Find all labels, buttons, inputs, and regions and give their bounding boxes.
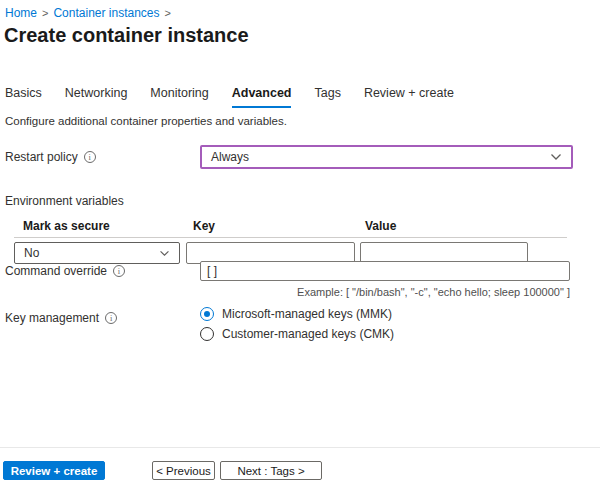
more-options-icon[interactable]: ··· xyxy=(228,30,244,45)
tab-monitoring[interactable]: Monitoring xyxy=(150,86,208,108)
review-create-button[interactable]: Review + create xyxy=(3,461,105,480)
radio-label: Customer-managed keys (CMK) xyxy=(222,327,394,341)
mark-as-secure-value: No xyxy=(24,246,39,260)
radio-unselected-icon xyxy=(200,327,214,341)
command-override-example: Example: [ "/bin/bash", "-c", "echo hell… xyxy=(200,286,570,298)
previous-button[interactable]: < Previous xyxy=(152,461,215,480)
page-title: Create container instance xyxy=(4,24,249,47)
tab-basics[interactable]: Basics xyxy=(5,86,42,108)
chevron-down-icon xyxy=(159,250,170,257)
command-override-label-text: Command override xyxy=(5,264,107,278)
radio-microsoft-managed-keys[interactable]: Microsoft-managed keys (MMK) xyxy=(200,307,392,321)
key-management-label-text: Key management xyxy=(5,311,99,325)
tab-description: Configure additional container propertie… xyxy=(5,115,287,127)
command-override-label: Command override xyxy=(5,264,125,278)
create-container-instance-page: Home > Container instances > Create cont… xyxy=(0,0,600,491)
next-tags-button[interactable]: Next : Tags > xyxy=(220,461,322,480)
tab-advanced[interactable]: Advanced xyxy=(232,86,292,108)
column-header-mark-as-secure: Mark as secure xyxy=(23,219,110,233)
restart-policy-label-text: Restart policy xyxy=(5,150,78,164)
breadcrumb-home-link[interactable]: Home xyxy=(5,6,37,20)
breadcrumb-container-instances-link[interactable]: Container instances xyxy=(53,6,159,20)
info-icon[interactable] xyxy=(84,151,96,163)
environment-variables-section-label: Environment variables xyxy=(5,194,124,208)
info-icon[interactable] xyxy=(113,265,125,277)
radio-selected-icon xyxy=(200,307,214,321)
tab-tags[interactable]: Tags xyxy=(314,86,340,108)
chevron-down-icon xyxy=(550,153,562,161)
tab-networking[interactable]: Networking xyxy=(65,86,128,108)
info-icon[interactable] xyxy=(105,312,117,324)
column-header-value: Value xyxy=(365,219,396,233)
breadcrumb-separator-icon: > xyxy=(165,7,171,19)
tab-review-create[interactable]: Review + create xyxy=(364,86,454,108)
restart-policy-value: Always xyxy=(211,150,249,164)
restart-policy-dropdown[interactable]: Always xyxy=(200,145,573,169)
table-header-divider xyxy=(14,237,567,238)
restart-policy-label: Restart policy xyxy=(5,150,96,164)
key-management-label: Key management xyxy=(5,311,117,325)
mark-as-secure-dropdown[interactable]: No xyxy=(14,242,180,264)
tab-bar: Basics Networking Monitoring Advanced Ta… xyxy=(5,86,454,108)
column-header-key: Key xyxy=(193,219,215,233)
radio-label: Microsoft-managed keys (MMK) xyxy=(222,307,392,321)
breadcrumb: Home > Container instances > xyxy=(5,6,171,20)
footer-divider xyxy=(0,447,600,448)
breadcrumb-separator-icon: > xyxy=(42,7,48,19)
command-override-input[interactable] xyxy=(200,261,570,281)
radio-customer-managed-keys[interactable]: Customer-managed keys (CMK) xyxy=(200,327,394,341)
